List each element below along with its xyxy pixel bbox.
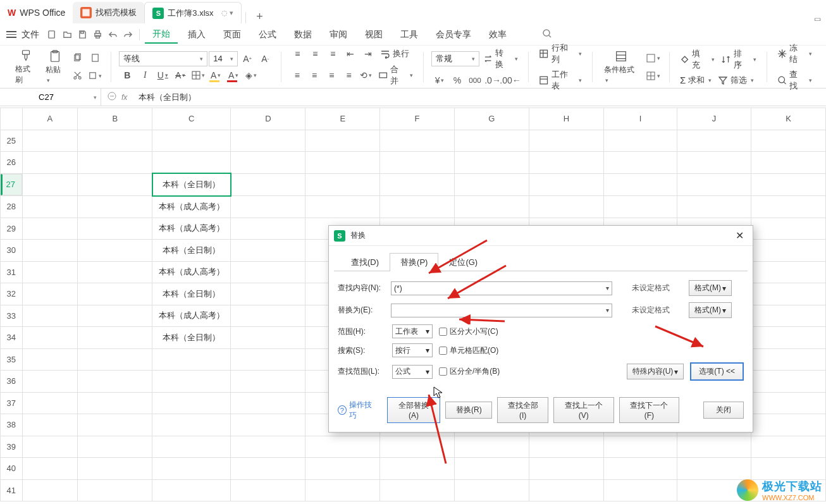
- orientation-icon[interactable]: ⟲▾: [358, 68, 374, 83]
- col-header[interactable]: G: [454, 108, 529, 130]
- cell[interactable]: [677, 152, 751, 174]
- search-icon[interactable]: [542, 28, 552, 40]
- menu-tools[interactable]: 工具: [393, 27, 426, 43]
- cell[interactable]: [604, 436, 677, 458]
- border-button[interactable]: ▾: [190, 68, 206, 83]
- cell[interactable]: [380, 173, 455, 196]
- cell[interactable]: [751, 458, 826, 480]
- fx-icon[interactable]: fx: [121, 93, 127, 102]
- cell[interactable]: [305, 173, 380, 196]
- cell[interactable]: [677, 130, 751, 152]
- clipboard-icon[interactable]: [87, 51, 103, 66]
- cell[interactable]: [751, 152, 826, 174]
- cell[interactable]: [78, 218, 152, 240]
- find-button[interactable]: 查找▾: [775, 68, 815, 93]
- cell[interactable]: [22, 479, 78, 501]
- workbook-tab[interactable]: S 工作簿3.xlsx ◌ ▾: [144, 2, 241, 23]
- cell[interactable]: [78, 436, 152, 458]
- cell[interactable]: [305, 458, 380, 480]
- cell[interactable]: 本科（成人高考）: [152, 218, 231, 240]
- cell[interactable]: 本科（成人高考）: [152, 196, 231, 218]
- clipboard-more-icon[interactable]: ▾: [87, 68, 103, 83]
- select-all-corner[interactable]: [1, 108, 23, 130]
- cell[interactable]: [22, 152, 78, 174]
- cell[interactable]: [22, 218, 78, 240]
- cell[interactable]: [529, 152, 604, 174]
- cell[interactable]: [78, 479, 152, 501]
- cell[interactable]: [231, 240, 305, 262]
- style-icon[interactable]: ▾: [645, 51, 662, 66]
- strike-button[interactable]: A▾: [172, 68, 188, 83]
- cell[interactable]: [305, 196, 380, 218]
- search-select[interactable]: 按行▾: [392, 343, 433, 357]
- col-header[interactable]: C: [152, 108, 231, 130]
- row-header[interactable]: 36: [1, 371, 23, 393]
- cell[interactable]: [751, 130, 826, 152]
- cell[interactable]: [152, 348, 231, 371]
- font-select[interactable]: 等线▾: [119, 51, 207, 66]
- fill-button[interactable]: 填充▾: [677, 47, 717, 72]
- find-input[interactable]: (*)▾: [391, 281, 612, 295]
- align-middle-icon[interactable]: ≡: [307, 46, 323, 61]
- convert-button[interactable]: 转换▾: [481, 46, 521, 71]
- cell[interactable]: [751, 371, 826, 393]
- cell[interactable]: [529, 196, 604, 218]
- row-header[interactable]: 30: [1, 240, 23, 262]
- cell[interactable]: [152, 371, 231, 393]
- cell[interactable]: [78, 348, 152, 371]
- format-painter-button[interactable]: 格式刷: [11, 47, 40, 87]
- col-header[interactable]: K: [751, 108, 826, 130]
- cell[interactable]: [677, 458, 751, 480]
- tips-link[interactable]: ?操作技巧: [338, 400, 377, 421]
- tab-find[interactable]: 查找(D): [340, 253, 390, 271]
- cell[interactable]: [454, 436, 529, 458]
- open-icon[interactable]: [61, 28, 73, 41]
- dec-dec-icon[interactable]: .00←: [502, 73, 519, 88]
- col-header[interactable]: A: [22, 108, 78, 130]
- menu-efficiency[interactable]: 效率: [481, 27, 514, 43]
- menu-formula[interactable]: 公式: [251, 27, 284, 43]
- cell[interactable]: [78, 458, 152, 480]
- cell[interactable]: [751, 261, 826, 283]
- cell[interactable]: [380, 436, 455, 458]
- cell[interactable]: [78, 371, 152, 393]
- menu-page[interactable]: 页面: [216, 27, 249, 43]
- app-tab[interactable]: W WPS Office: [0, 2, 73, 23]
- row-header[interactable]: 25: [1, 130, 23, 152]
- justify-icon[interactable]: ≡: [341, 68, 357, 83]
- row-header[interactable]: 31: [1, 261, 23, 283]
- align-left-icon[interactable]: ≡: [289, 68, 305, 83]
- col-header[interactable]: D: [231, 108, 305, 130]
- cell[interactable]: [231, 305, 305, 327]
- cell[interactable]: [604, 173, 677, 196]
- cell[interactable]: [22, 173, 78, 196]
- cell[interactable]: [751, 240, 826, 262]
- hamburger-icon[interactable]: [6, 31, 16, 38]
- cell[interactable]: [231, 152, 305, 174]
- cell[interactable]: [22, 130, 78, 152]
- template-tab[interactable]: 找稻壳模板: [73, 2, 144, 23]
- cell[interactable]: [78, 327, 152, 349]
- cell[interactable]: [22, 392, 78, 414]
- find-prev-button[interactable]: 查找上一个(V): [553, 397, 614, 423]
- indent-dec-icon[interactable]: ⇤: [342, 46, 359, 61]
- replace-format-button[interactable]: 格式(M)▾: [689, 302, 732, 318]
- fullhalf-checkbox[interactable]: 区分全/半角(B): [439, 366, 500, 377]
- save-icon[interactable]: [76, 28, 89, 41]
- cell[interactable]: [751, 327, 826, 349]
- align-center-icon[interactable]: ≡: [307, 68, 323, 83]
- cell[interactable]: [529, 436, 604, 458]
- decrease-font-icon[interactable]: A-: [257, 51, 273, 66]
- cell[interactable]: [152, 436, 231, 458]
- cell[interactable]: [454, 152, 529, 174]
- worksheet-button[interactable]: 工作表▾: [536, 68, 584, 93]
- cell[interactable]: [305, 436, 380, 458]
- cell[interactable]: [751, 196, 826, 218]
- filter-button[interactable]: 筛选▾: [715, 73, 756, 87]
- cell[interactable]: [454, 130, 529, 152]
- undo-icon[interactable]: [106, 28, 119, 41]
- menu-review[interactable]: 审阅: [322, 27, 355, 43]
- cell[interactable]: [78, 152, 152, 174]
- cancel-icon[interactable]: [108, 92, 116, 102]
- cell[interactable]: [22, 458, 78, 480]
